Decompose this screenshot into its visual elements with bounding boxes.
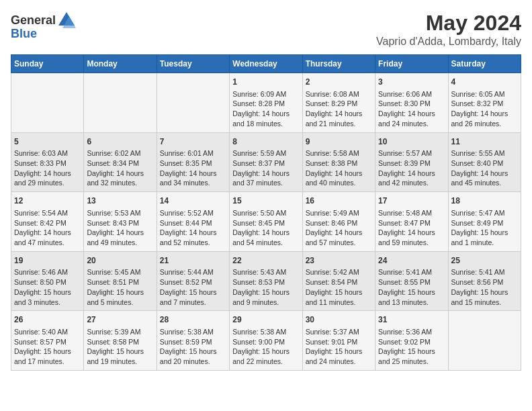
day-number: 4 [451,77,518,88]
day-number: 5 [14,136,81,148]
day-info: Sunrise: 5:54 AM Sunset: 8:42 PM Dayligh… [14,208,81,248]
header-day-friday: Friday [375,55,448,73]
calendar-cell [11,73,84,133]
week-row-4: 19Sunrise: 5:46 AM Sunset: 8:50 PM Dayli… [11,251,521,311]
header-row: SundayMondayTuesdayWednesdayThursdayFrid… [11,55,521,73]
calendar-cell: 11Sunrise: 5:55 AM Sunset: 8:40 PM Dayli… [448,132,521,192]
day-number: 14 [160,195,226,207]
day-number: 17 [378,195,445,207]
subtitle: Vaprio d'Adda, Lombardy, Italy [376,36,521,48]
page-header: General Blue May 2024 Vaprio d'Adda, Lom… [11,11,521,48]
header-day-tuesday: Tuesday [157,55,229,73]
calendar-cell: 9Sunrise: 5:58 AM Sunset: 8:38 PM Daylig… [302,132,375,192]
calendar-cell: 25Sunrise: 5:41 AM Sunset: 8:56 PM Dayli… [448,251,521,311]
calendar-cell: 8Sunrise: 5:59 AM Sunset: 8:37 PM Daylig… [230,132,302,192]
calendar-cell: 12Sunrise: 5:54 AM Sunset: 8:42 PM Dayli… [11,192,84,252]
calendar-cell: 7Sunrise: 6:01 AM Sunset: 8:35 PM Daylig… [157,132,229,192]
day-info: Sunrise: 5:45 AM Sunset: 8:51 PM Dayligh… [87,267,153,307]
day-info: Sunrise: 5:39 AM Sunset: 8:58 PM Dayligh… [87,327,153,367]
day-info: Sunrise: 5:48 AM Sunset: 8:47 PM Dayligh… [378,208,445,248]
day-info: Sunrise: 5:42 AM Sunset: 8:54 PM Dayligh… [306,267,372,307]
calendar-cell: 21Sunrise: 5:44 AM Sunset: 8:52 PM Dayli… [157,251,229,311]
calendar-cell: 15Sunrise: 5:50 AM Sunset: 8:45 PM Dayli… [230,192,302,252]
day-info: Sunrise: 6:06 AM Sunset: 8:30 PM Dayligh… [378,89,445,129]
calendar-cell: 16Sunrise: 5:49 AM Sunset: 8:46 PM Dayli… [302,192,375,252]
day-info: Sunrise: 5:38 AM Sunset: 8:59 PM Dayligh… [160,327,226,367]
header-day-wednesday: Wednesday [230,55,302,73]
calendar-cell: 22Sunrise: 5:43 AM Sunset: 8:53 PM Dayli… [230,251,302,311]
calendar-cell: 17Sunrise: 5:48 AM Sunset: 8:47 PM Dayli… [375,192,448,252]
day-info: Sunrise: 6:08 AM Sunset: 8:29 PM Dayligh… [306,89,372,129]
day-info: Sunrise: 6:05 AM Sunset: 8:32 PM Dayligh… [451,89,518,129]
calendar-cell: 10Sunrise: 5:57 AM Sunset: 8:39 PM Dayli… [375,132,448,192]
calendar-cell: 29Sunrise: 5:38 AM Sunset: 9:00 PM Dayli… [230,311,302,371]
day-info: Sunrise: 5:50 AM Sunset: 8:45 PM Dayligh… [232,208,299,248]
calendar-cell: 26Sunrise: 5:40 AM Sunset: 8:57 PM Dayli… [11,311,84,371]
day-number: 25 [451,255,518,267]
calendar-cell: 2Sunrise: 6:08 AM Sunset: 8:29 PM Daylig… [302,73,375,133]
week-row-2: 5Sunrise: 6:03 AM Sunset: 8:33 PM Daylig… [11,132,521,192]
week-row-3: 12Sunrise: 5:54 AM Sunset: 8:42 PM Dayli… [11,192,521,252]
header-day-saturday: Saturday [448,55,521,73]
logo-text-blue: Blue [11,27,37,41]
logo-text-general: General [11,13,56,28]
day-info: Sunrise: 5:37 AM Sunset: 9:01 PM Dayligh… [306,327,372,367]
day-number: 12 [14,195,81,207]
day-info: Sunrise: 5:38 AM Sunset: 9:00 PM Dayligh… [232,327,299,367]
day-info: Sunrise: 5:52 AM Sunset: 8:44 PM Dayligh… [160,208,226,248]
day-number: 21 [160,255,226,267]
day-number: 3 [378,77,445,88]
day-number: 18 [451,195,518,207]
day-number: 1 [232,77,299,88]
title-area: May 2024 Vaprio d'Adda, Lombardy, Italy [376,11,521,48]
day-number: 22 [232,255,299,267]
logo-icon [57,11,76,30]
day-info: Sunrise: 5:47 AM Sunset: 8:49 PM Dayligh… [451,208,518,248]
day-info: Sunrise: 5:59 AM Sunset: 8:37 PM Dayligh… [232,148,299,188]
day-number: 10 [378,136,445,148]
calendar-cell: 13Sunrise: 5:53 AM Sunset: 8:43 PM Dayli… [84,192,157,252]
day-info: Sunrise: 5:46 AM Sunset: 8:50 PM Dayligh… [14,267,81,307]
day-number: 24 [378,255,445,267]
calendar-cell: 14Sunrise: 5:52 AM Sunset: 8:44 PM Dayli… [157,192,229,252]
calendar-cell: 3Sunrise: 6:06 AM Sunset: 8:30 PM Daylig… [375,73,448,133]
day-number: 9 [306,136,372,148]
calendar-cell: 23Sunrise: 5:42 AM Sunset: 8:54 PM Dayli… [302,251,375,311]
calendar-cell: 4Sunrise: 6:05 AM Sunset: 8:32 PM Daylig… [448,73,521,133]
day-number: 8 [232,136,299,148]
day-info: Sunrise: 5:36 AM Sunset: 9:02 PM Dayligh… [378,327,445,367]
day-number: 6 [87,136,153,148]
day-info: Sunrise: 5:53 AM Sunset: 8:43 PM Dayligh… [87,208,153,248]
day-number: 19 [14,255,81,267]
day-info: Sunrise: 5:44 AM Sunset: 8:52 PM Dayligh… [160,267,226,307]
day-number: 29 [232,314,299,326]
day-number: 23 [306,255,372,267]
header-day-sunday: Sunday [11,55,84,73]
day-info: Sunrise: 6:03 AM Sunset: 8:33 PM Dayligh… [14,148,81,188]
logo: General Blue [11,11,76,41]
calendar-cell: 27Sunrise: 5:39 AM Sunset: 8:58 PM Dayli… [84,311,157,371]
calendar-cell: 30Sunrise: 5:37 AM Sunset: 9:01 PM Dayli… [302,311,375,371]
day-info: Sunrise: 6:02 AM Sunset: 8:34 PM Dayligh… [87,148,153,188]
day-number: 31 [378,314,445,326]
day-info: Sunrise: 5:57 AM Sunset: 8:39 PM Dayligh… [378,148,445,188]
day-number: 20 [87,255,153,267]
day-info: Sunrise: 5:41 AM Sunset: 8:56 PM Dayligh… [451,267,518,307]
calendar-cell: 5Sunrise: 6:03 AM Sunset: 8:33 PM Daylig… [11,132,84,192]
day-info: Sunrise: 5:49 AM Sunset: 8:46 PM Dayligh… [306,208,372,248]
calendar-cell [157,73,229,133]
calendar-cell: 1Sunrise: 6:09 AM Sunset: 8:28 PM Daylig… [230,73,302,133]
calendar-table: SundayMondayTuesdayWednesdayThursdayFrid… [11,54,521,371]
header-day-monday: Monday [84,55,157,73]
day-number: 26 [14,314,81,326]
calendar-cell [84,73,157,133]
calendar-cell: 6Sunrise: 6:02 AM Sunset: 8:34 PM Daylig… [84,132,157,192]
main-title: May 2024 [376,11,521,36]
calendar-cell [448,311,521,371]
day-number: 7 [160,136,226,148]
header-day-thursday: Thursday [302,55,375,73]
calendar-cell: 20Sunrise: 5:45 AM Sunset: 8:51 PM Dayli… [84,251,157,311]
day-info: Sunrise: 5:40 AM Sunset: 8:57 PM Dayligh… [14,327,81,367]
day-number: 13 [87,195,153,207]
day-info: Sunrise: 5:41 AM Sunset: 8:55 PM Dayligh… [378,267,445,307]
